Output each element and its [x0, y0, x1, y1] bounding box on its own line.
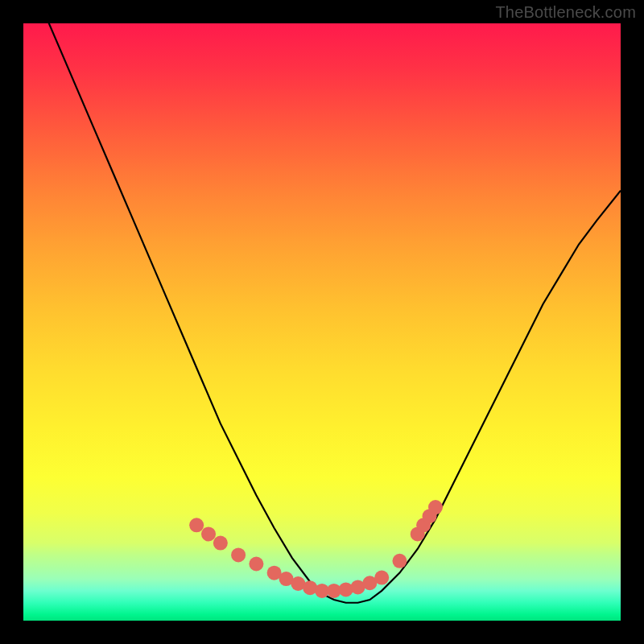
- curve-marker: [428, 500, 443, 514]
- bottleneck-curve: [23, 23, 621, 603]
- chart-container: TheBottleneck.com: [0, 0, 644, 644]
- curve-marker: [231, 547, 246, 562]
- curve-marker: [189, 518, 204, 532]
- curve-markers: [189, 500, 443, 598]
- curve-marker: [213, 536, 228, 551]
- plot-area: [23, 23, 621, 621]
- watermark-text: TheBottleneck.com: [495, 3, 636, 22]
- curve-marker: [374, 571, 389, 585]
- curve-marker: [392, 554, 407, 568]
- curve-marker: [339, 582, 353, 597]
- curve-layer: [23, 23, 621, 621]
- curve-marker: [201, 526, 216, 541]
- curve-marker: [249, 557, 263, 572]
